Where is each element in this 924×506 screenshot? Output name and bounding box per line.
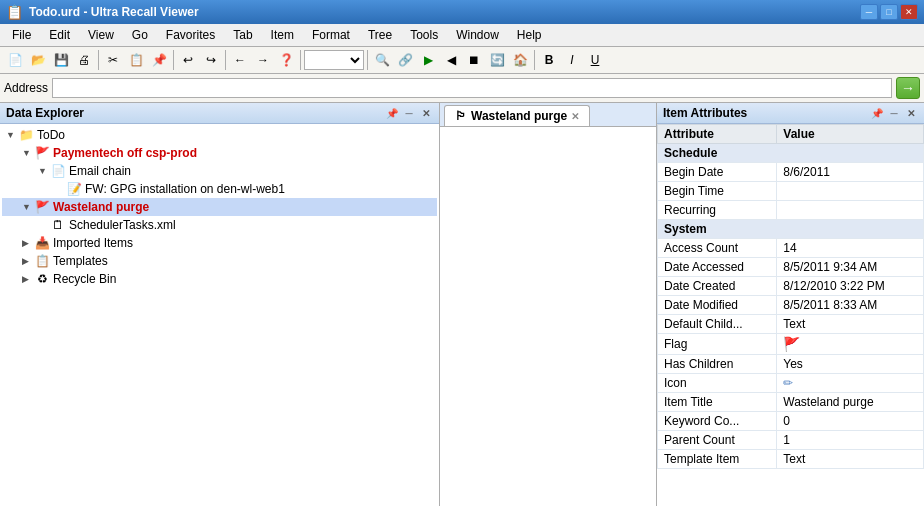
attr-recurring[interactable]: Recurring [658, 201, 924, 220]
tb-refresh[interactable]: 🔄 [486, 49, 508, 71]
tree-item-wasteland[interactable]: ▼ 🚩 Wasteland purge [2, 198, 437, 216]
right-panel: Item Attributes 📌 ─ ✕ Attribute Value [656, 103, 924, 506]
attr-label-begin-date: Begin Date [658, 163, 777, 182]
tb-paste[interactable]: 📌 [148, 49, 170, 71]
attr-date-created[interactable]: Date Created 8/12/2010 3:22 PM [658, 277, 924, 296]
menu-item[interactable]: Item [263, 26, 302, 44]
menu-help[interactable]: Help [509, 26, 550, 44]
tb-open[interactable]: 📂 [27, 49, 49, 71]
attr-access-count[interactable]: Access Count 14 [658, 239, 924, 258]
tb-u[interactable]: U [584, 49, 606, 71]
menu-tree[interactable]: Tree [360, 26, 400, 44]
tb-save[interactable]: 💾 [50, 49, 72, 71]
attr-value-item-title: Wasteland purge [777, 393, 924, 412]
tree-item-scheduler[interactable]: ▶ 🗒 SchedulerTasks.xml [2, 216, 437, 234]
tb-stop[interactable]: ⏹ [463, 49, 485, 71]
tree-item-recycle[interactable]: ▶ ♻ Recycle Bin [2, 270, 437, 288]
panel-minimize-button[interactable]: ─ [402, 106, 416, 120]
tree-item-fw-gpg[interactable]: ▶ 📝 FW: GPG installation on den-wl-web1 [2, 180, 437, 198]
attr-value-keyword-count: 0 [777, 412, 924, 431]
toolbar: 📄 📂 💾 🖨 ✂ 📋 📌 ↩ ↪ ← → ❓ 🔍 🔗 ▶ ◀ ⏹ 🔄 🏠 B … [0, 47, 924, 74]
tb-print[interactable]: 🖨 [73, 49, 95, 71]
pin-button[interactable]: 📌 [385, 106, 399, 120]
attr-label-access-count: Access Count [658, 239, 777, 258]
tb-help[interactable]: ❓ [275, 49, 297, 71]
attr-keyword-count[interactable]: Keyword Co... 0 [658, 412, 924, 431]
attr-date-modified[interactable]: Date Modified 8/5/2011 8:33 AM [658, 296, 924, 315]
attrs-pin-button[interactable]: 📌 [870, 106, 884, 120]
attrs-table: Attribute Value Schedule Begin Date 8/6/… [657, 124, 924, 506]
panel-close-button[interactable]: ✕ [419, 106, 433, 120]
address-input[interactable] [52, 78, 892, 98]
tab-close-button[interactable]: ✕ [571, 111, 579, 122]
tb-prev[interactable]: ◀ [440, 49, 462, 71]
menu-edit[interactable]: Edit [41, 26, 78, 44]
tb-redo[interactable]: ↪ [200, 49, 222, 71]
attr-label-date-created: Date Created [658, 277, 777, 296]
tree-label-email-chain: Email chain [69, 164, 131, 178]
tb-new[interactable]: 📄 [4, 49, 26, 71]
flag-icon: 🚩 [783, 336, 800, 352]
attr-value-date-modified: 8/5/2011 8:33 AM [777, 296, 924, 315]
tb-search[interactable]: 🔍 [371, 49, 393, 71]
tab-wasteland[interactable]: 🏳 Wasteland purge ✕ [444, 105, 590, 126]
tree-label-recycle: Recycle Bin [53, 272, 116, 286]
attr-begin-date[interactable]: Begin Date 8/6/2011 [658, 163, 924, 182]
tb-nav[interactable]: 🔗 [394, 49, 416, 71]
tree-arrow-email: ▼ [38, 166, 50, 176]
attr-date-accessed[interactable]: Date Accessed 8/5/2011 9:34 AM [658, 258, 924, 277]
attr-label-recurring: Recurring [658, 201, 777, 220]
address-go-button[interactable]: → [896, 77, 920, 99]
tree-arrow-recycle: ▶ [22, 274, 34, 284]
attr-flag[interactable]: Flag 🚩 [658, 334, 924, 355]
address-label: Address [4, 81, 48, 95]
tb-undo[interactable]: ↩ [177, 49, 199, 71]
email-doc-icon: 📄 [50, 163, 66, 179]
attr-template-item[interactable]: Template Item Text [658, 450, 924, 469]
fw-doc-icon: 📝 [66, 181, 82, 197]
menu-format[interactable]: Format [304, 26, 358, 44]
minimize-button[interactable]: ─ [860, 4, 878, 20]
tree-item-todo[interactable]: ▼ 📁 ToDo [2, 126, 437, 144]
attr-item-title[interactable]: Item Title Wasteland purge [658, 393, 924, 412]
maximize-button[interactable]: □ [880, 4, 898, 20]
attr-value-date-accessed: 8/5/2011 9:34 AM [777, 258, 924, 277]
tb-sep-2 [173, 50, 174, 70]
tb-copy[interactable]: 📋 [125, 49, 147, 71]
tb-i[interactable]: I [561, 49, 583, 71]
menu-tools[interactable]: Tools [402, 26, 446, 44]
attr-has-children[interactable]: Has Children Yes [658, 355, 924, 374]
tb-go-green[interactable]: ▶ [417, 49, 439, 71]
tree-item-paymentech[interactable]: ▼ 🚩 Paymentech off csp-prod [2, 144, 437, 162]
sched-icon: 🗒 [50, 217, 66, 233]
tb-format-select[interactable] [304, 50, 364, 70]
tree-item-email-chain[interactable]: ▼ 📄 Email chain [2, 162, 437, 180]
menu-file[interactable]: File [4, 26, 39, 44]
tb-cut[interactable]: ✂ [102, 49, 124, 71]
attr-default-child[interactable]: Default Child... Text [658, 315, 924, 334]
attr-value-begin-time [777, 182, 924, 201]
menu-view[interactable]: View [80, 26, 122, 44]
attr-begin-time[interactable]: Begin Time [658, 182, 924, 201]
tb-home[interactable]: 🏠 [509, 49, 531, 71]
window-title: Todo.urd - Ultra Recall Viewer [29, 5, 199, 19]
tree-item-imported[interactable]: ▶ 📥 Imported Items [2, 234, 437, 252]
tree-arrow-imported: ▶ [22, 238, 34, 248]
menu-favorites[interactable]: Favorites [158, 26, 223, 44]
attr-icon[interactable]: Icon ✏ [658, 374, 924, 393]
close-button[interactable]: ✕ [900, 4, 918, 20]
menu-window[interactable]: Window [448, 26, 507, 44]
attrs-panel-controls: 📌 ─ ✕ [870, 106, 918, 120]
attr-value-flag: 🚩 [777, 334, 924, 355]
attrs-close-button[interactable]: ✕ [904, 106, 918, 120]
tb-sep-4 [300, 50, 301, 70]
menu-tab[interactable]: Tab [225, 26, 260, 44]
tb-b[interactable]: B [538, 49, 560, 71]
tb-forward[interactable]: → [252, 49, 274, 71]
attr-parent-count[interactable]: Parent Count 1 [658, 431, 924, 450]
attrs-minimize-button[interactable]: ─ [887, 106, 901, 120]
tree-item-templates[interactable]: ▶ 📋 Templates [2, 252, 437, 270]
menu-go[interactable]: Go [124, 26, 156, 44]
tb-back[interactable]: ← [229, 49, 251, 71]
attr-label-has-children: Has Children [658, 355, 777, 374]
